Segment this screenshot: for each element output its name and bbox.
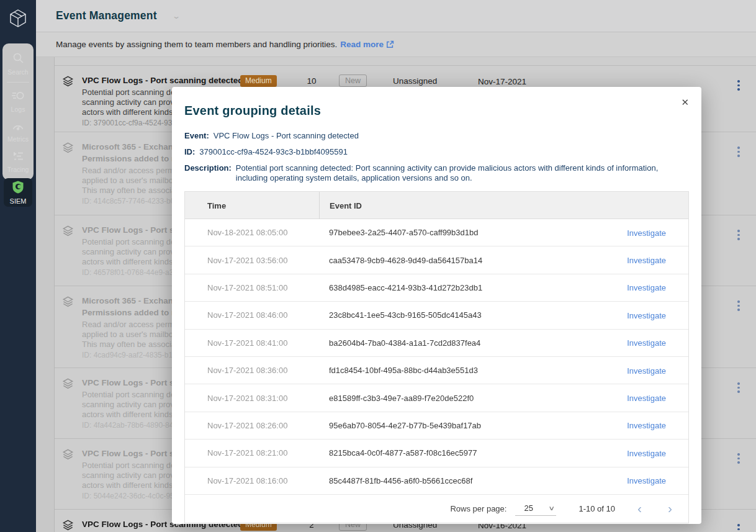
event-time-cell: Nov-17-2021 08:31:00 xyxy=(185,394,319,403)
table-row[interactable]: Nov-17-2021 08:26:00 95e6ab70-8054-4e27-… xyxy=(185,412,688,440)
sidebar-item-label: SIEM xyxy=(10,197,27,205)
event-time-cell: Nov-17-2021 08:46:00 xyxy=(185,310,319,320)
severity-badge: Medium xyxy=(240,75,277,87)
table-row[interactable]: Nov-17-2021 08:16:00 85c4487f-81fb-4456-… xyxy=(185,467,688,495)
page-header: Event Management ⌄ xyxy=(36,0,756,32)
investigate-link[interactable]: Investigate xyxy=(627,421,666,430)
modal-meta: Event: VPC Flow Logs - Port scanning det… xyxy=(184,131,689,183)
layers-icon xyxy=(62,518,76,532)
investigate-link[interactable]: Investigate xyxy=(627,283,666,292)
event-title: VPC Flow Logs - Port scanning detected xyxy=(82,74,237,86)
table-row[interactable]: Nov-17-2021 08:51:00 638d4985-eacc-4214-… xyxy=(185,274,688,302)
rows-per-page-select[interactable]: 25 ∨ xyxy=(515,502,556,516)
previous-page-icon[interactable]: ‹ xyxy=(634,503,646,513)
pagination-range: 1-10 of 10 xyxy=(578,504,615,513)
search-icon xyxy=(12,52,24,66)
table-row[interactable]: Nov-17-2021 08:31:00 e81589ff-c3b3-49e7-… xyxy=(185,384,688,412)
sidebar: Search Logs Metrics xyxy=(0,0,36,532)
description-label: Description: xyxy=(184,163,232,183)
event-id-cell: e81589ff-c3b3-49e7-aa89-f7e20de522f0 xyxy=(319,394,579,403)
event-time-cell: Nov-17-2021 08:51:00 xyxy=(185,283,319,292)
investigate-link[interactable]: Investigate xyxy=(627,394,666,403)
id-value: 379001cc-cf9a-4524-93c3-b1bbf4095591 xyxy=(199,147,348,157)
sidebar-nav-group: Search Logs Metrics xyxy=(2,43,34,180)
sidebar-item-search[interactable]: Search xyxy=(2,48,34,80)
investigate-link[interactable]: Investigate xyxy=(627,449,666,458)
chevron-down-icon: ∨ xyxy=(548,505,555,512)
sidebar-item-label: Metrics xyxy=(7,135,29,143)
sidebar-item-metrics[interactable]: Metrics xyxy=(2,117,34,147)
subheader-text: Manage events by assigning them to team … xyxy=(56,40,337,49)
kebab-menu-icon[interactable] xyxy=(735,451,742,466)
sidebar-item-siem[interactable]: SIEM xyxy=(4,178,32,207)
event-id-cell: 23c8bc41-1ee5-43cb-9165-505dc4145a43 xyxy=(319,310,579,320)
event-id-cell: fd1c8454-10bf-495a-88bc-d44ab3e551d3 xyxy=(319,366,579,375)
event-time-cell: Nov-17-2021 08:41:00 xyxy=(185,338,319,348)
kebab-menu-icon[interactable] xyxy=(735,521,742,532)
table-row[interactable]: Nov-17-2021 08:36:00 fd1c8454-10bf-495a-… xyxy=(185,357,688,384)
kebab-menu-icon[interactable] xyxy=(735,227,742,243)
table-header: Time Event ID xyxy=(185,192,688,219)
event-count: 10 xyxy=(296,74,327,86)
sidebar-item-label: Search xyxy=(7,68,28,76)
event-time-cell: Nov-17-2021 08:21:00 xyxy=(185,448,319,458)
event-time-cell: Nov-17-2021 08:36:00 xyxy=(185,366,319,375)
layers-icon xyxy=(62,448,76,462)
layers-icon xyxy=(62,377,76,392)
logs-icon xyxy=(12,90,24,104)
rows-per-page-value: 25 xyxy=(524,503,533,513)
sidebar-divider xyxy=(7,82,29,83)
siem-shield-icon xyxy=(12,181,24,196)
kebab-menu-icon[interactable] xyxy=(735,380,742,395)
status-badge: New xyxy=(339,74,367,87)
event-label: Event: xyxy=(184,131,209,141)
investigate-link[interactable]: Investigate xyxy=(627,228,666,238)
modal-title: Event grouping details xyxy=(184,104,689,118)
sidebar-item-logs[interactable]: Logs xyxy=(2,86,34,117)
investigate-link[interactable]: Investigate xyxy=(627,338,666,348)
read-more-label: Read more xyxy=(340,40,384,49)
read-more-link[interactable]: Read more xyxy=(340,40,394,49)
chevron-down-icon[interactable]: ⌄ xyxy=(172,12,181,20)
investigate-link[interactable]: Investigate xyxy=(627,366,666,376)
next-page-icon[interactable]: › xyxy=(664,503,676,513)
sidebar-item-label: Logs xyxy=(11,106,25,113)
sidebar-item-tracing[interactable]: Tracing xyxy=(2,147,34,178)
external-link-icon xyxy=(386,40,394,48)
event-id-cell: caa53478-9cb9-4628-9d49-da564157ba14 xyxy=(319,256,579,265)
kebab-menu-icon[interactable] xyxy=(735,298,742,313)
table-row[interactable]: Nov-17-2021 08:21:00 8215bca4-0c0f-4877-… xyxy=(185,440,688,467)
layers-icon xyxy=(62,295,76,310)
page-title: Event Management xyxy=(56,9,157,22)
event-time-cell: Nov-17-2021 03:56:00 xyxy=(185,256,319,265)
layers-icon xyxy=(62,141,76,156)
table-row[interactable]: Nov-17-2021 08:46:00 23c8bc41-1ee5-43cb-… xyxy=(185,302,688,329)
kebab-menu-icon[interactable] xyxy=(735,144,742,160)
investigate-link[interactable]: Investigate xyxy=(627,311,666,320)
event-value: VPC Flow Logs - Port scanning detected xyxy=(214,131,359,141)
metrics-gauge-icon xyxy=(12,121,24,133)
layers-icon xyxy=(62,224,76,239)
column-header-event-id: Event ID xyxy=(319,192,579,219)
table-row[interactable]: Nov-18-2021 08:05:00 97bebee3-2a25-4407-… xyxy=(185,219,688,246)
investigate-link[interactable]: Investigate xyxy=(627,476,666,485)
event-id-cell: 85c4487f-81fb-4456-a6f0-b5661ccec68f xyxy=(319,476,579,485)
event-time-cell: Nov-17-2021 08:26:00 xyxy=(185,421,319,430)
table-row[interactable]: Nov-17-2021 08:41:00 ba2604b4-7ba0-4384-… xyxy=(185,330,688,357)
event-id-cell: ba2604b4-7ba0-4384-a1a1-7cd2d837fea4 xyxy=(319,338,579,348)
logz-logo-icon[interactable] xyxy=(9,9,27,27)
list-left-gutter xyxy=(36,57,55,532)
event-id-cell: 8215bca4-0c0f-4877-a587-f08c16ec5977 xyxy=(319,448,579,458)
investigate-link[interactable]: Investigate xyxy=(627,256,666,265)
assignee: Unassigned xyxy=(386,74,473,86)
event-id-cell: 97bebee3-2a25-4407-a570-caff99b3d1bd xyxy=(319,228,579,237)
rows-per-page-label: Rows per page: xyxy=(450,504,506,513)
kebab-menu-icon[interactable] xyxy=(735,78,742,93)
description-value: Potential port scanning detected: Port s… xyxy=(236,163,689,183)
table-body: Nov-18-2021 08:05:00 97bebee3-2a25-4407-… xyxy=(185,219,688,495)
event-time-cell: Nov-17-2021 08:16:00 xyxy=(185,476,319,485)
table-row[interactable]: Nov-17-2021 03:56:00 caa53478-9cb9-4628-… xyxy=(185,246,688,274)
id-label: ID: xyxy=(184,147,195,157)
close-icon[interactable]: ✕ xyxy=(677,94,693,111)
event-id-cell: 638d4985-eacc-4214-93b3-41d272b23db1 xyxy=(319,283,579,292)
